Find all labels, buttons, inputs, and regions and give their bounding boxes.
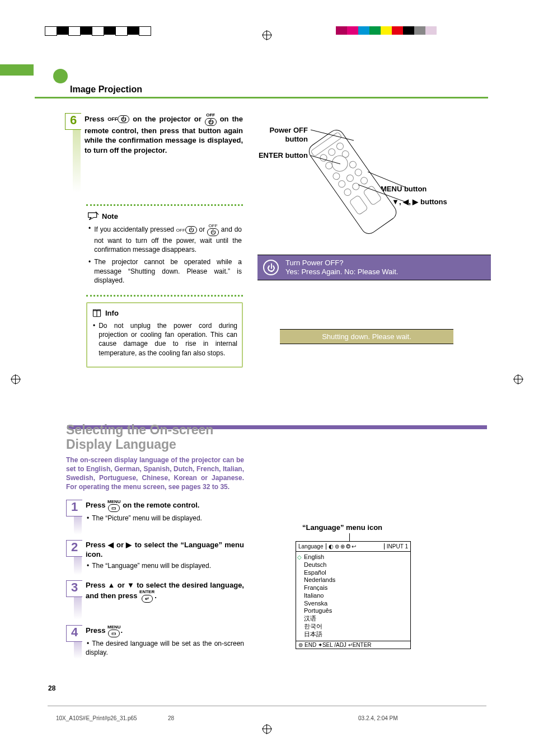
right-arrow-icon: ▶ <box>126 541 132 549</box>
language-menu-footer: ⊚END ✦SEL /ADJ ↵ENTER <box>296 641 411 649</box>
note-bullet-1: If you accidentally pressed OFF⏻ or OFF⏻… <box>87 224 242 254</box>
menu-icon: ↩ <box>352 543 356 550</box>
footer-rule <box>48 706 486 706</box>
info-bullet-1: Do not unplug the power cord during proj… <box>92 321 237 358</box>
language-item: Português <box>304 607 407 615</box>
left-arrow-icon: ◀ <box>108 541 114 549</box>
language-item: Italiano <box>304 592 407 600</box>
language-item: Deutsch <box>304 561 407 569</box>
registration-mark-icon <box>263 725 271 734</box>
selected-marker-icon: ◇ <box>297 554 302 561</box>
language-item: Nederlands <box>304 576 407 584</box>
osd-line-1: Turn Power OFF? <box>285 259 344 267</box>
menu-icon: ⊚ <box>335 543 339 550</box>
note-icon <box>87 212 99 220</box>
registration-mark-icon <box>11 375 20 384</box>
footer-date: 03.2.4, 2:04 PM <box>358 715 398 721</box>
language-item: Español <box>304 569 407 577</box>
language-item: 汉语 <box>304 615 407 623</box>
step-6-text: Press OFF⏻ on the projector or OFF⏻ on t… <box>85 113 243 194</box>
step-number: 4 <box>66 625 82 642</box>
note-box: Note If you accidentally pressed OFF⏻ or… <box>86 204 243 297</box>
section-intro: The on-screen display language of the pr… <box>66 456 244 492</box>
info-heading: Info <box>92 309 237 318</box>
step-1-bullet: The “Picture” menu will be displayed. <box>86 514 244 523</box>
menu-icon: ⊕ <box>340 543 345 550</box>
menu-button-icon: MENU▭ <box>107 625 121 638</box>
osd-shutting-down-message: Shutting down. Please wait. <box>280 329 453 344</box>
remote-control-illustration <box>285 120 420 243</box>
printer-marks-right <box>336 26 437 35</box>
language-list: ◇ English Deutsch Español Nederlands Fra… <box>296 552 411 641</box>
language-menu: Language ◐⊚⊕❂↩ INPUT 1 ◇ English Deutsch… <box>296 541 411 649</box>
page: Image Projection 6 Press OFF⏻ on the pro… <box>0 0 534 756</box>
language-menu-tabs: Language ◐⊚⊕❂↩ INPUT 1 <box>296 541 411 552</box>
off-button-icon: OFF⏻ <box>207 224 219 236</box>
language-menu-caption: “Language” menu icon <box>302 523 382 532</box>
language-item: English <box>304 553 407 561</box>
section-title: Selecting the On-screen Display Language <box>66 422 244 452</box>
registration-mark-icon <box>514 375 523 384</box>
input-label: INPUT 1 <box>384 543 410 550</box>
footer-page: 28 <box>168 715 358 721</box>
step-number: 6 <box>65 113 81 130</box>
step-1: 1 Press MENU▭ on the remote control. The… <box>66 500 244 534</box>
footer-meta: 10X_A10S#E_Print#p26_31.p65 28 03.2.4, 2… <box>56 715 493 721</box>
step-number: 3 <box>66 580 82 597</box>
language-item: 한국어 <box>304 623 407 631</box>
info-box: Info Do not unplug the power cord during… <box>86 302 243 368</box>
language-item: Svenska <box>304 600 407 608</box>
printer-marks-left <box>45 26 151 35</box>
step-4: 4 Press MENU▭. The desired language will… <box>66 625 244 659</box>
up-arrow-icon: ▲ <box>107 581 115 589</box>
language-item: Français <box>304 584 407 592</box>
step-number: 1 <box>66 500 82 516</box>
power-icon: ⏻ <box>185 226 197 234</box>
svg-rect-0 <box>306 127 399 237</box>
left-column: 6 Press OFF⏻ on the projector or OFF⏻ on… <box>65 113 243 368</box>
step-4-bullet: The desired language will be set as the … <box>86 640 244 657</box>
header-circle-icon <box>53 69 68 83</box>
section-language: Selecting the On-screen Display Language… <box>66 422 244 659</box>
enter-button-icon: ENTER↵ <box>139 590 154 603</box>
page-title: Image Projection <box>70 84 142 95</box>
power-icon: ⏻ <box>118 115 129 123</box>
registration-mark-icon <box>263 31 271 40</box>
osd-power-off-message: ⏻ Turn Power OFF? Yes: Press Again. No: … <box>257 255 491 280</box>
header-stripe <box>0 64 34 76</box>
menu-icon: ❂ <box>346 543 350 550</box>
info-icon <box>92 309 102 318</box>
down-arrow-icon: ▼ <box>127 581 134 589</box>
page-number: 28 <box>48 684 55 692</box>
step-2-bullet: The “Language” menu will be displayed. <box>86 562 244 571</box>
header-rule <box>35 97 488 98</box>
osd-line-2: Yes: Press Again. No: Please Wait. <box>285 267 398 276</box>
language-item: 日本語 <box>304 631 407 638</box>
step-6: 6 Press OFF⏻ on the projector or OFF⏻ on… <box>65 113 243 194</box>
menu-button-icon: MENU▭ <box>107 500 121 513</box>
power-icon: ⏻ <box>263 260 279 275</box>
step-3: 3 Press ▲ or ▼ to select the desired lan… <box>66 580 244 619</box>
menu-icon: ⊚ <box>298 642 303 648</box>
footer-filename: 10X_A10S#E_Print#p26_31.p65 <box>56 715 168 721</box>
menu-tab-icons: ◐⊚⊕❂↩ <box>326 543 384 550</box>
off-button-icon: OFF⏻ <box>205 113 217 126</box>
note-heading: Note <box>87 212 242 220</box>
step-2: 2 Press ◀ or ▶ to select the “Language” … <box>66 540 244 575</box>
step-number: 2 <box>66 540 82 557</box>
note-bullet-2: The projector cannot be operated while a… <box>87 257 242 285</box>
leader-line <box>349 533 350 542</box>
language-tab: Language <box>296 543 326 550</box>
step-gradient <box>73 130 81 195</box>
menu-icon: ◐ <box>329 543 334 550</box>
